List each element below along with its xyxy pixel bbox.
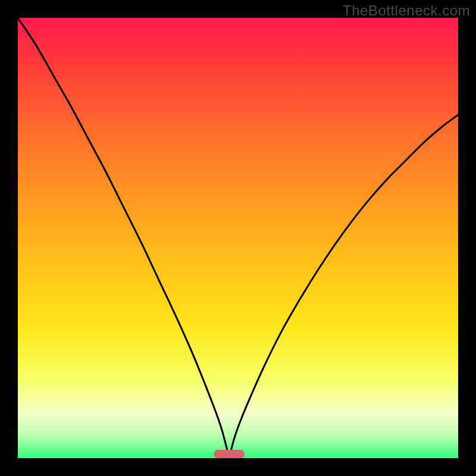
optimum-marker: [214, 450, 245, 458]
bottleneck-curve-chart: [0, 0, 476, 476]
watermark-text: TheBottleneck.com: [343, 2, 470, 19]
plot-background: [18, 18, 458, 458]
chart-frame: TheBottleneck.com: [0, 0, 476, 476]
